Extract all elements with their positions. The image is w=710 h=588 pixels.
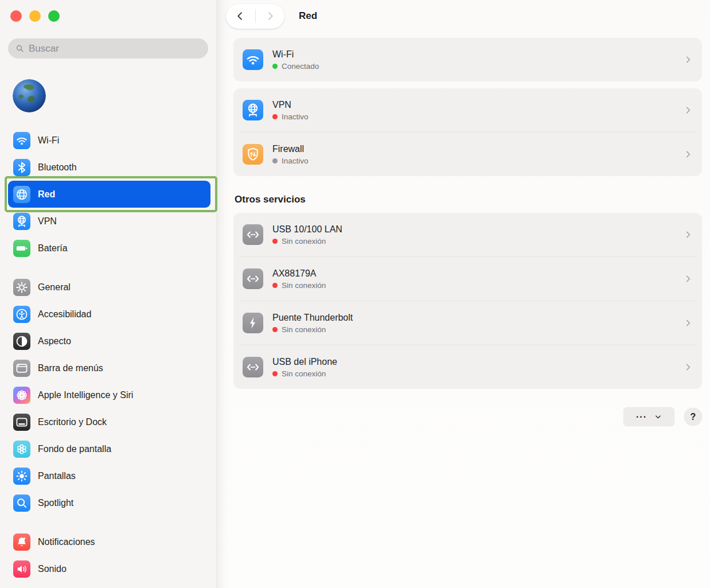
search-placeholder: Buscar bbox=[29, 43, 59, 54]
sidebar-item-label: Red bbox=[38, 189, 55, 200]
bluetooth-icon bbox=[13, 159, 30, 176]
status-text: Inactivo bbox=[282, 157, 309, 165]
status-text: Sin conexión bbox=[282, 237, 326, 246]
sidebar-item-fondo-de-pantalla[interactable]: Fondo de pantalla bbox=[8, 435, 210, 462]
service-name: USB 10/100 LAN bbox=[272, 224, 342, 235]
battery-icon bbox=[13, 240, 30, 257]
sidebar-item-barra-de-menus[interactable]: Barra de menús bbox=[8, 355, 210, 381]
forward-button[interactable] bbox=[256, 4, 285, 29]
service-name: USB del iPhone bbox=[272, 356, 337, 368]
search-icon bbox=[15, 496, 29, 510]
service-row-ax88179a[interactable]: AX88179ASin conexión bbox=[233, 257, 702, 301]
sidebar-item-label: General bbox=[38, 282, 71, 293]
sidebar-item-aspecto[interactable]: Aspecto bbox=[8, 328, 210, 355]
status-dot bbox=[272, 64, 278, 69]
user-avatar[interactable] bbox=[13, 79, 46, 112]
chevron-right-icon bbox=[684, 230, 693, 239]
sidebar-item-wi-fi[interactable]: Wi-Fi bbox=[8, 127, 210, 154]
sun-icon bbox=[13, 468, 30, 485]
sidebar-item-label: Sonido bbox=[38, 564, 67, 574]
service-status: Sin conexión bbox=[272, 237, 342, 246]
chevron-right-icon bbox=[684, 230, 693, 239]
siri-rosette-icon bbox=[13, 387, 30, 404]
chevron-down-icon bbox=[654, 413, 662, 420]
sidebar-item-accesibilidad[interactable]: Accesibilidad bbox=[8, 301, 210, 328]
service-row-vpn[interactable]: VPNInactivo bbox=[233, 88, 702, 132]
help-button[interactable]: ? bbox=[684, 408, 702, 426]
sidebar: Buscar Wi-FiBluetoothRedVPNBateríaGenera… bbox=[0, 0, 217, 588]
back-button[interactable] bbox=[226, 4, 255, 29]
close-button[interactable] bbox=[10, 10, 22, 22]
service-text: VPNInactivo bbox=[272, 99, 309, 121]
service-name: Puente Thunderbolt bbox=[272, 312, 353, 324]
sidebar-item-vpn[interactable]: VPN bbox=[8, 208, 210, 235]
status-dot bbox=[272, 327, 278, 332]
globe-network-icon bbox=[15, 215, 29, 228]
service-row-firewall[interactable]: FirewallInactivo bbox=[233, 133, 702, 176]
status-text: Sin conexión bbox=[282, 369, 326, 378]
sidebar-item-label: Apple Intelligence y Siri bbox=[38, 390, 133, 400]
service-text: AX88179ASin conexión bbox=[272, 268, 326, 290]
system-settings-window: Buscar Wi-FiBluetoothRedVPNBateríaGenera… bbox=[0, 0, 710, 588]
status-dot bbox=[272, 283, 278, 288]
status-dot bbox=[272, 239, 278, 244]
service-name: AX88179A bbox=[272, 268, 326, 279]
service-status: Sin conexión bbox=[272, 325, 353, 334]
service-row-wi-fi[interactable]: Wi-FiConectado bbox=[233, 38, 702, 81]
sidebar-item-label: VPN bbox=[38, 216, 57, 227]
flower-icon bbox=[13, 441, 30, 458]
chevron-right-icon bbox=[684, 318, 693, 328]
service-text: USB 10/100 LANSin conexión bbox=[272, 224, 342, 246]
minimize-button[interactable] bbox=[29, 10, 41, 22]
contrast-icon bbox=[13, 333, 30, 350]
sidebar-item-label: Bluetooth bbox=[38, 162, 77, 173]
more-options-button[interactable]: ··· bbox=[623, 407, 674, 426]
speaker-icon bbox=[15, 562, 29, 576]
service-row-usb-del-iphone[interactable]: USB del iPhoneSin conexión bbox=[233, 345, 702, 389]
ethernet-icon bbox=[243, 268, 263, 289]
earth-avatar-icon bbox=[13, 79, 46, 112]
service-text: Wi-FiConectado bbox=[272, 49, 319, 71]
history-nav bbox=[226, 4, 284, 29]
sidebar-item-bateria[interactable]: Batería bbox=[8, 235, 210, 262]
sidebar-item-escritorio-y-dock[interactable]: Escritorio y Dock bbox=[8, 408, 210, 435]
sidebar-item-notificaciones[interactable]: Notificaciones bbox=[8, 528, 210, 555]
sidebar-item-label: Accesibilidad bbox=[38, 309, 91, 320]
status-dot bbox=[272, 114, 278, 119]
service-text: Puente ThunderboltSin conexión bbox=[272, 312, 353, 334]
sidebar-item-bluetooth[interactable]: Bluetooth bbox=[8, 154, 210, 181]
sidebar-item-label: Aspecto bbox=[38, 336, 71, 346]
sidebar-item-label: Spotlight bbox=[38, 498, 73, 508]
service-name: Firewall bbox=[272, 143, 309, 155]
wifi-icon bbox=[15, 134, 29, 147]
chevron-right-icon bbox=[684, 363, 693, 372]
service-status: Inactivo bbox=[272, 157, 309, 165]
wifi-icon bbox=[13, 132, 30, 149]
chevron-right-icon bbox=[684, 55, 693, 64]
service-row-puente-thunderbolt[interactable]: Puente ThunderboltSin conexión bbox=[233, 301, 702, 345]
search-input[interactable]: Buscar bbox=[8, 38, 208, 59]
sidebar-item-apple-intelligence-y-siri[interactable]: Apple Intelligence y Siri bbox=[8, 381, 210, 408]
sidebar-nav: Wi-FiBluetoothRedVPNBateríaGeneralAccesi… bbox=[8, 127, 210, 588]
chevron-right-icon bbox=[684, 106, 693, 115]
sidebar-item-spotlight[interactable]: Spotlight bbox=[8, 489, 210, 516]
shield-arrows-icon bbox=[243, 144, 263, 165]
menubar-icon bbox=[15, 361, 29, 375]
chevron-right-icon bbox=[684, 150, 693, 159]
service-name: Wi-Fi bbox=[272, 49, 319, 60]
sidebar-item-sonido[interactable]: Sonido bbox=[8, 555, 210, 582]
sidebar-item-red[interactable]: Red bbox=[8, 181, 210, 208]
sidebar-item-label: Barra de menús bbox=[38, 363, 103, 373]
service-text: USB del iPhoneSin conexión bbox=[272, 356, 337, 378]
status-text: Conectado bbox=[282, 62, 319, 71]
shield-arrows-icon bbox=[245, 146, 261, 162]
sidebar-item-general[interactable]: General bbox=[8, 274, 210, 301]
service-status: Inactivo bbox=[272, 112, 309, 121]
chevron-right-icon bbox=[684, 150, 693, 159]
sidebar-item-pantallas[interactable]: Pantallas bbox=[8, 462, 210, 489]
sidebar-item-label: Fondo de pantalla bbox=[38, 444, 111, 454]
zoom-button[interactable] bbox=[48, 10, 60, 22]
service-row-usb-10-100-lan[interactable]: USB 10/100 LANSin conexión bbox=[233, 213, 702, 256]
sidebar-item-label: Escritorio y Dock bbox=[38, 417, 107, 427]
globe-icon bbox=[15, 188, 29, 201]
